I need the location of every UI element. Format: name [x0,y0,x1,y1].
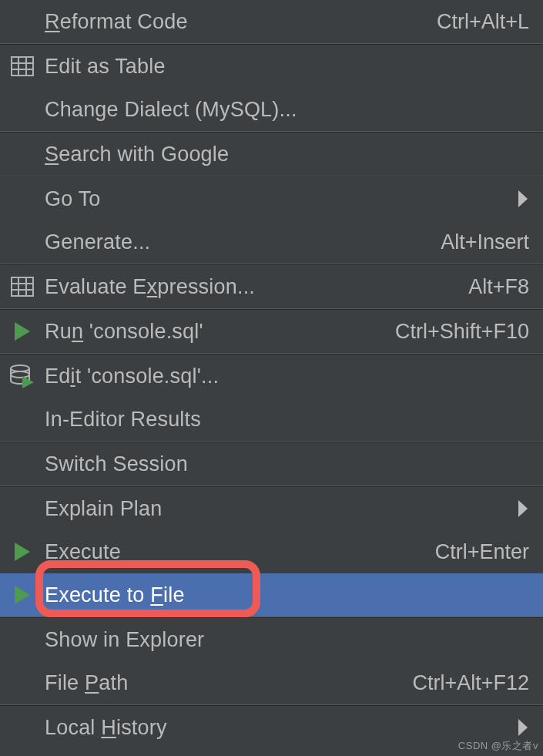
menu-item-label: In-Editor Results [45,408,534,432]
menu-item[interactable]: Run 'console.sql'Ctrl+Shift+F10 [0,310,543,353]
menu-item-shortcut: Ctrl+Alt+L [437,10,534,34]
play-icon-slot [0,530,45,573]
menu-item[interactable]: Show in Explorer [0,618,543,661]
menu-item[interactable]: File PathCtrl+Alt+F12 [0,661,543,704]
menu-item-label: Run 'console.sql' [45,320,395,344]
menu-item[interactable]: Switch Session [0,442,543,486]
menu-item-label: Generate... [45,230,441,254]
menu-item-label: Execute to File [45,583,534,607]
menu-item-shortcut: Ctrl+Shift+F10 [395,320,534,344]
table-icon-slot [0,265,45,308]
watermark: CSDN @乐之者v [458,739,538,753]
menu-item-label: Edit as Table [45,55,534,79]
menu-item-shortcut: Ctrl+Enter [435,540,534,564]
menu-item-label: Switch Session [45,452,534,476]
menu-item-label: Reformat Code [45,10,437,34]
svg-rect-0 [12,57,33,76]
none-icon-slot [0,0,45,43]
svg-marker-15 [518,500,528,517]
menu-item-label: Explain Plan [45,497,506,521]
menu-item-label: Show in Explorer [45,628,534,652]
menu-item-label: File Path [45,671,412,695]
play-icon-slot [0,573,45,617]
menu-item[interactable]: Evaluate Expression...Alt+F8 [0,265,543,308]
svg-rect-6 [12,277,33,296]
svg-point-13 [11,371,29,378]
menu-item-label: Local History [45,716,506,740]
svg-marker-16 [15,543,30,561]
play-icon [12,541,33,563]
menu-item-label: Execute [45,540,435,564]
menu-item[interactable]: Change Dialect (MySQL)... [0,88,543,131]
svg-marker-17 [15,586,30,604]
menu-item[interactable]: ExecuteCtrl+Enter [0,530,543,573]
none-icon-slot [0,618,45,661]
svg-marker-14 [22,376,34,388]
menu-item-shortcut: Ctrl+Alt+F12 [412,671,534,695]
play-icon [12,584,33,606]
play-icon-slot [0,310,45,353]
submenu-indicator [506,719,534,736]
none-icon-slot [0,661,45,704]
menu-item-label: Go To [45,187,506,211]
none-icon-slot [0,487,45,530]
menu-item-label: Evaluate Expression... [45,275,468,299]
menu-item[interactable]: Execute to File [0,573,543,617]
table-icon [11,277,34,297]
svg-point-12 [11,365,29,371]
menu-item[interactable]: Reformat CodeCtrl+Alt+L [0,0,543,43]
none-icon-slot [0,398,45,441]
none-icon-slot [0,220,45,264]
svg-marker-11 [15,322,30,341]
none-icon-slot [0,706,45,749]
submenu-indicator [506,500,534,517]
none-icon-slot [0,88,45,131]
menu-item-label: Change Dialect (MySQL)... [45,98,534,122]
menu-item[interactable]: Explain Plan [0,487,543,530]
context-menu: Reformat CodeCtrl+Alt+L Edit as TableCha… [0,0,543,749]
menu-item-label: Search with Google [45,143,534,166]
table-icon-slot [0,45,45,88]
none-icon-slot [0,177,45,220]
menu-item[interactable]: Search with Google [0,133,543,176]
db-play-icon-slot [0,354,45,398]
menu-item-shortcut: Alt+Insert [441,230,534,254]
submenu-indicator [506,190,534,207]
menu-item-shortcut: Alt+F8 [468,275,534,299]
menu-item[interactable]: In-Editor Results [0,398,543,441]
submenu-arrow-icon [518,500,529,517]
menu-item-label: Edit 'console.sql'... [45,365,534,388]
database-play-icon [9,364,35,388]
table-icon [11,56,34,76]
none-icon-slot [0,133,45,176]
svg-marker-5 [518,190,528,207]
submenu-arrow-icon [518,190,529,207]
svg-marker-18 [518,719,528,736]
submenu-arrow-icon [518,719,529,736]
play-icon [12,321,33,342]
menu-item[interactable]: Edit 'console.sql'... [0,354,543,398]
menu-item[interactable]: Edit as Table [0,45,543,88]
menu-item[interactable]: Generate...Alt+Insert [0,220,543,264]
none-icon-slot [0,442,45,486]
menu-item[interactable]: Go To [0,177,543,220]
